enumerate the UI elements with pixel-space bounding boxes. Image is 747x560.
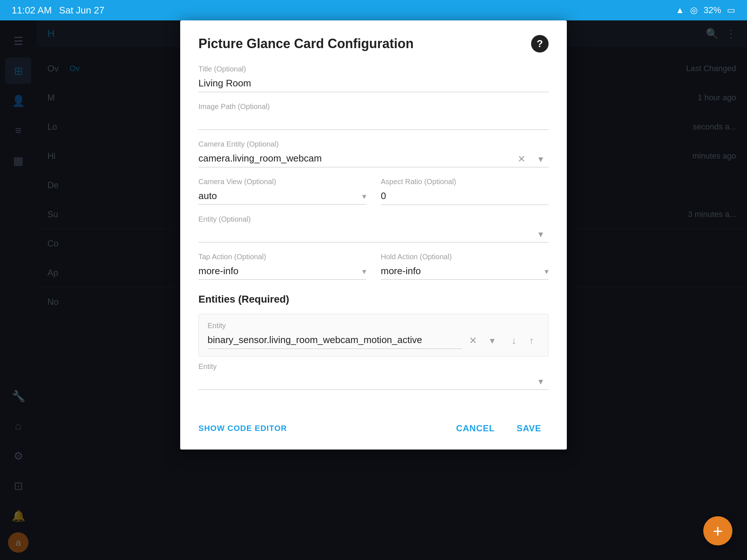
camera-entity-dropdown-button[interactable]: ▾	[533, 151, 549, 167]
tap-action-select-wrapper: more-info toggle ▾	[198, 263, 366, 280]
entity-1-dropdown-button[interactable]: ▾	[484, 332, 500, 349]
circle-icon: ◎	[690, 5, 698, 15]
save-button[interactable]: SAVE	[509, 418, 549, 439]
camera-entity-input-row: ✕ ▾	[198, 151, 549, 167]
tap-action-select[interactable]: more-info toggle	[198, 263, 366, 280]
clear-camera-entity-button[interactable]: ✕	[514, 151, 530, 167]
add-icon: +	[713, 521, 723, 541]
entity-2-input[interactable]	[198, 373, 549, 390]
entity-dropdown-button[interactable]: ▾	[533, 226, 549, 242]
entity-1-input-row: ✕ ▾ ↓ ↑	[208, 332, 539, 349]
wifi-icon: ▲	[676, 5, 684, 15]
show-code-editor-button[interactable]: SHOW CODE EDITOR	[198, 420, 287, 437]
entity-1-down-button[interactable]: ↓	[506, 332, 522, 349]
camera-entity-field: Camera Entity (Optional) ✕ ▾	[198, 140, 549, 167]
entity-optional-input[interactable]	[198, 226, 549, 242]
entity-optional-controls: ▾	[533, 226, 549, 242]
image-path-label: Image Path (Optional)	[198, 102, 549, 111]
entity-2-controls: ▾	[533, 373, 549, 389]
hold-action-select[interactable]: more-info toggle	[381, 263, 549, 280]
hold-action-label: Hold Action (Optional)	[381, 253, 549, 261]
entities-section: Entities (Required) Entity ✕ ▾ ↓ ↑ Entit…	[198, 293, 549, 390]
entity-2-label: Entity	[198, 362, 549, 371]
camera-entity-input[interactable]	[198, 151, 549, 167]
clear-entity-1-button[interactable]: ✕	[465, 332, 481, 349]
hold-action-select-wrapper: more-info toggle ▾	[381, 263, 549, 280]
camera-view-label: Camera View (Optional)	[198, 178, 366, 186]
title-input[interactable]	[198, 75, 549, 92]
help-button[interactable]: ?	[531, 35, 549, 52]
entity-2-input-row: ▾	[198, 373, 549, 390]
camera-view-select[interactable]: auto live	[198, 188, 366, 205]
question-mark-icon: ?	[537, 38, 543, 50]
entity-1-label: Entity	[208, 322, 539, 330]
battery-display: 32%	[704, 5, 721, 15]
dialog-header: Picture Glance Card Configuration ?	[180, 20, 567, 61]
tap-action-label: Tap Action (Optional)	[198, 253, 366, 261]
aspect-ratio-field: Aspect Ratio (Optional)	[381, 178, 549, 205]
add-card-button[interactable]: +	[703, 516, 732, 545]
aspect-ratio-label: Aspect Ratio (Optional)	[381, 178, 549, 186]
entity-2-field: Entity ▾	[198, 362, 549, 390]
entity-1-arrows: ↓ ↑	[506, 332, 539, 349]
date-display: Sat Jun 27	[59, 5, 104, 16]
aspect-ratio-input[interactable]	[381, 188, 549, 205]
tap-action-field: Tap Action (Optional) more-info toggle ▾	[198, 253, 366, 280]
status-bar: 11:02 AM Sat Jun 27 ▲ ◎ 32% ▭	[0, 0, 747, 20]
camera-view-field: Camera View (Optional) auto live ▾	[198, 178, 366, 205]
dialog-body: Title (Optional) Image Path (Optional) C…	[180, 61, 567, 411]
title-field: Title (Optional)	[198, 65, 549, 92]
entity-1-up-button[interactable]: ↑	[523, 332, 539, 349]
status-bar-right: ▲ ◎ 32% ▭	[676, 5, 735, 15]
status-bar-left: 11:02 AM Sat Jun 27	[12, 5, 104, 16]
entity-1-row: Entity ✕ ▾ ↓ ↑	[198, 314, 549, 357]
battery-icon: ▭	[727, 5, 735, 15]
entity-optional-label: Entity (Optional)	[198, 215, 549, 223]
entity-2-dropdown-button[interactable]: ▾	[533, 373, 549, 389]
entities-section-heading: Entities (Required)	[198, 293, 549, 305]
camera-view-select-wrapper: auto live ▾	[198, 188, 366, 205]
camera-view-aspect-ratio-row: Camera View (Optional) auto live ▾ Aspec…	[198, 178, 549, 215]
entity-optional-input-row: ▾	[198, 226, 549, 242]
camera-entity-controls: ✕ ▾	[514, 151, 549, 167]
time-display: 11:02 AM	[12, 5, 52, 16]
hold-action-field: Hold Action (Optional) more-info toggle …	[381, 253, 549, 280]
dialog-footer: SHOW CODE EDITOR CANCEL SAVE	[180, 411, 567, 450]
entity-1-input[interactable]	[208, 332, 462, 349]
actions-row: Tap Action (Optional) more-info toggle ▾…	[198, 253, 549, 290]
cancel-button[interactable]: CANCEL	[449, 418, 502, 439]
camera-entity-label: Camera Entity (Optional)	[198, 140, 549, 148]
entity-optional-field: Entity (Optional) ▾	[198, 215, 549, 242]
dialog-title: Picture Glance Card Configuration	[198, 36, 414, 51]
footer-actions: CANCEL SAVE	[449, 418, 549, 439]
image-path-input[interactable]	[198, 113, 549, 130]
picture-glance-dialog: Picture Glance Card Configuration ? Titl…	[180, 20, 567, 450]
title-label: Title (Optional)	[198, 65, 549, 73]
image-path-field: Image Path (Optional)	[198, 102, 549, 130]
